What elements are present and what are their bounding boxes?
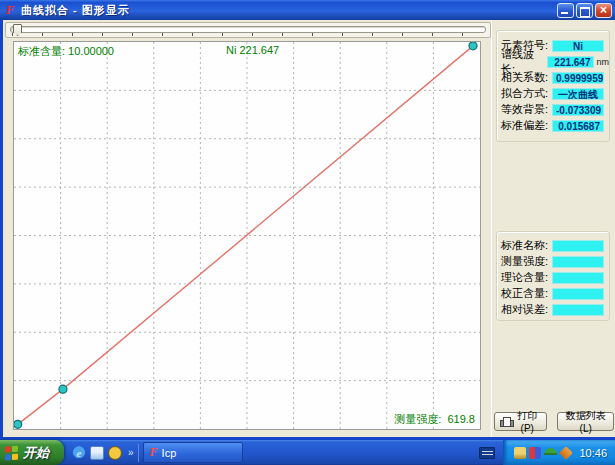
desktop: F 曲线拟合 - 图形显示 标准含量: 10.00000 Ni 221.647 … bbox=[0, 0, 615, 465]
fit-results-group: 元素符号: Ni 谱线波长: 221.647 nm 相关系数: 0.999995… bbox=[496, 30, 610, 142]
field-label: 相关系数: bbox=[501, 70, 552, 85]
taskbar: 开始 e » F Icp 10:46 bbox=[0, 440, 615, 465]
measured-intensity-annotation: 测量强度: 619.8 bbox=[394, 412, 475, 427]
taskbar-item-icp[interactable]: F Icp bbox=[143, 442, 243, 463]
print-button[interactable]: 打印(P) bbox=[494, 412, 547, 431]
field-label: 标准偏差: bbox=[501, 118, 552, 133]
field-label: 相对误差: bbox=[501, 302, 552, 317]
start-button[interactable]: 开始 bbox=[0, 440, 64, 465]
titlebar[interactable]: F 曲线拟合 - 图形显示 bbox=[0, 0, 615, 20]
element-symbol-value: Ni bbox=[552, 40, 604, 52]
wavelength-value: 221.647 bbox=[547, 56, 595, 68]
scale-trackbar[interactable] bbox=[5, 22, 491, 38]
field-equivalent-background: 等效背景: -0.073309 bbox=[501, 103, 609, 116]
chart-canvas bbox=[14, 42, 480, 429]
tray-icon[interactable] bbox=[529, 447, 541, 459]
standard-content-annotation: 标准含量: 10.00000 bbox=[18, 44, 114, 59]
app-icon: F bbox=[3, 3, 17, 17]
tray-umbrella-icon[interactable] bbox=[544, 448, 557, 455]
standard-deviation-value: 0.015687 bbox=[552, 120, 604, 132]
field-label: 测量强度: bbox=[501, 254, 552, 269]
field-relative-error: 相对误差: bbox=[501, 303, 609, 316]
calibration-chart[interactable]: 标准含量: 10.00000 Ni 221.647 测量强度: 619.8 bbox=[13, 41, 481, 430]
close-button[interactable] bbox=[595, 3, 612, 18]
trackbar-ticks bbox=[12, 33, 486, 36]
icp-app-icon: F bbox=[150, 445, 158, 460]
window-title: 曲线拟合 - 图形显示 bbox=[21, 3, 557, 18]
show-desktop-icon[interactable] bbox=[90, 446, 104, 460]
results-panel: 元素符号: Ni 谱线波长: 221.647 nm 相关系数: 0.999995… bbox=[491, 20, 615, 437]
sample-group: 标准名称: 测量强度: 理论含量: 校正含量: 相对误差: bbox=[496, 231, 610, 321]
element-line-annotation: Ni 221.647 bbox=[226, 44, 279, 56]
correlation-value: 0.99999594 bbox=[552, 72, 604, 84]
field-corrected-content: 校正含量: bbox=[501, 287, 609, 300]
field-standard-deviation: 标准偏差: 0.015687 bbox=[501, 119, 609, 132]
internet-explorer-icon[interactable]: e bbox=[72, 446, 86, 460]
fit-mode-value: 一次曲线 bbox=[552, 88, 604, 100]
tray-icon[interactable] bbox=[514, 447, 526, 459]
standard-name-value bbox=[552, 240, 604, 252]
maximize-button[interactable] bbox=[576, 3, 593, 18]
data-list-button-label: 数据列表(L) bbox=[563, 409, 608, 434]
shield-icon[interactable] bbox=[108, 446, 122, 460]
taskbar-clock[interactable]: 10:46 bbox=[579, 447, 607, 459]
field-label: 拟合方式: bbox=[501, 86, 552, 101]
equivalent-background-value: -0.073309 bbox=[552, 104, 604, 116]
language-bar-icon[interactable] bbox=[479, 447, 495, 459]
field-standard-name: 标准名称: bbox=[501, 239, 609, 252]
measured-intensity-value bbox=[552, 256, 604, 268]
field-suffix: nm bbox=[596, 57, 609, 67]
field-correlation: 相关系数: 0.99999594 bbox=[501, 71, 609, 84]
field-wavelength: 谱线波长: 221.647 nm bbox=[501, 55, 609, 68]
start-button-label: 开始 bbox=[23, 444, 49, 462]
quick-launch: e » bbox=[72, 446, 134, 460]
field-label: 等效背景: bbox=[501, 102, 552, 117]
printer-icon bbox=[500, 417, 510, 427]
corrected-content-value bbox=[552, 288, 604, 300]
field-measured-intensity: 测量强度: bbox=[501, 255, 609, 268]
taskbar-item-label: Icp bbox=[162, 447, 177, 459]
theoretical-content-value bbox=[552, 272, 604, 284]
windows-logo-icon bbox=[5, 445, 19, 460]
minimize-button[interactable] bbox=[557, 3, 574, 18]
field-label: 理论含量: bbox=[501, 270, 552, 285]
system-tray: 10:46 bbox=[503, 440, 615, 465]
field-label: 校正含量: bbox=[501, 286, 552, 301]
print-button-label: 打印(P) bbox=[513, 409, 541, 434]
app-window: F 曲线拟合 - 图形显示 标准含量: 10.00000 Ni 221.647 … bbox=[0, 0, 615, 440]
data-list-button[interactable]: 数据列表(L) bbox=[557, 412, 614, 431]
field-label: 标准名称: bbox=[501, 238, 552, 253]
field-fit-mode: 拟合方式: 一次曲线 bbox=[501, 87, 609, 100]
trackbar-groove bbox=[10, 26, 486, 33]
quick-launch-overflow-chevron[interactable]: » bbox=[128, 447, 134, 458]
relative-error-value bbox=[552, 304, 604, 316]
tray-icon[interactable] bbox=[560, 446, 574, 460]
taskbar-divider bbox=[138, 444, 139, 462]
field-theoretical-content: 理论含量: bbox=[501, 271, 609, 284]
